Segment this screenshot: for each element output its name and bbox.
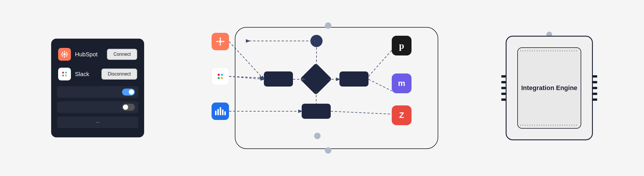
toggle-off[interactable] bbox=[122, 104, 135, 111]
engine-pins-right bbox=[593, 75, 597, 101]
flow-rect-right bbox=[339, 71, 368, 87]
engine-pins-left bbox=[501, 75, 506, 101]
pin-left-1 bbox=[501, 75, 506, 78]
flow-diagram: p m Z bbox=[212, 18, 438, 158]
svg-rect-1 bbox=[64, 51, 65, 53]
make-letter: m bbox=[398, 79, 405, 88]
svg-rect-15 bbox=[220, 43, 221, 46]
bottom-dot bbox=[325, 147, 331, 154]
zendesk-letter: Z bbox=[399, 111, 404, 120]
exchange-icon: ↔ bbox=[95, 119, 100, 125]
hubspot-label: HubSpot bbox=[75, 51, 103, 58]
svg-rect-19 bbox=[221, 74, 223, 76]
hubspot-connect-button[interactable]: Connect bbox=[107, 49, 137, 60]
svg-rect-3 bbox=[61, 54, 63, 55]
svg-rect-14 bbox=[220, 37, 221, 40]
svg-rect-7 bbox=[62, 55, 63, 57]
toggle-row-2 bbox=[57, 101, 138, 113]
producthunt-icon: p bbox=[392, 36, 412, 55]
slack-label: Slack bbox=[75, 71, 97, 78]
svg-point-13 bbox=[219, 40, 222, 43]
slack-icon bbox=[58, 68, 71, 80]
svg-rect-6 bbox=[66, 52, 67, 53]
svg-rect-9 bbox=[62, 72, 64, 73]
pin-right-2 bbox=[593, 81, 597, 83]
pin-left-2 bbox=[501, 81, 506, 83]
svg-rect-17 bbox=[222, 41, 224, 42]
pin-left-5 bbox=[501, 98, 506, 101]
flow-circle-top bbox=[310, 35, 323, 47]
slack-row: Slack Disconnect bbox=[57, 65, 138, 83]
hubspot-row: HubSpot Connect bbox=[57, 46, 138, 63]
flow-dot-bottom bbox=[314, 133, 321, 139]
main-canvas: HubSpot Connect Slack Disconnect bbox=[0, 0, 644, 176]
pin-right-5 bbox=[593, 98, 597, 101]
pin-left-3 bbox=[501, 87, 506, 89]
make-icon: m bbox=[392, 73, 412, 93]
svg-rect-8 bbox=[66, 55, 67, 57]
pin-right-4 bbox=[593, 93, 597, 95]
svg-point-0 bbox=[63, 53, 66, 55]
engine-outer-box: Integration Engine bbox=[506, 36, 593, 140]
engine-inner-box: Integration Engine bbox=[517, 47, 581, 129]
top-dot bbox=[325, 22, 331, 29]
toggle-on[interactable] bbox=[122, 89, 135, 96]
svg-rect-20 bbox=[218, 77, 220, 79]
svg-rect-16 bbox=[216, 41, 219, 42]
integration-engine-container: Integration Engine bbox=[506, 36, 593, 140]
svg-rect-18 bbox=[218, 74, 220, 76]
flow-rect-left bbox=[264, 71, 293, 87]
svg-rect-21 bbox=[221, 77, 223, 79]
exchange-row: ↔ bbox=[57, 116, 138, 128]
flow-hubspot-icon bbox=[212, 33, 229, 50]
left-panel: HubSpot Connect Slack Disconnect bbox=[51, 39, 144, 137]
producthunt-letter: p bbox=[399, 40, 404, 51]
svg-rect-2 bbox=[64, 56, 65, 58]
pin-right-3 bbox=[593, 87, 597, 89]
flow-intercom-icon bbox=[212, 103, 229, 120]
svg-rect-10 bbox=[65, 72, 67, 73]
flow-rect-bottom bbox=[302, 104, 331, 119]
toggle-row-1 bbox=[57, 86, 138, 98]
svg-rect-11 bbox=[62, 75, 64, 76]
slack-disconnect-button[interactable]: Disconnect bbox=[101, 69, 137, 80]
svg-rect-5 bbox=[62, 52, 63, 53]
hubspot-icon bbox=[58, 48, 71, 61]
engine-label: Integration Engine bbox=[521, 84, 577, 92]
pin-right-1 bbox=[593, 75, 597, 78]
flow-slack-icon bbox=[212, 68, 229, 85]
svg-rect-12 bbox=[65, 75, 67, 76]
pin-left-4 bbox=[501, 93, 506, 95]
zendesk-icon: Z bbox=[392, 105, 412, 125]
svg-rect-4 bbox=[66, 54, 68, 55]
